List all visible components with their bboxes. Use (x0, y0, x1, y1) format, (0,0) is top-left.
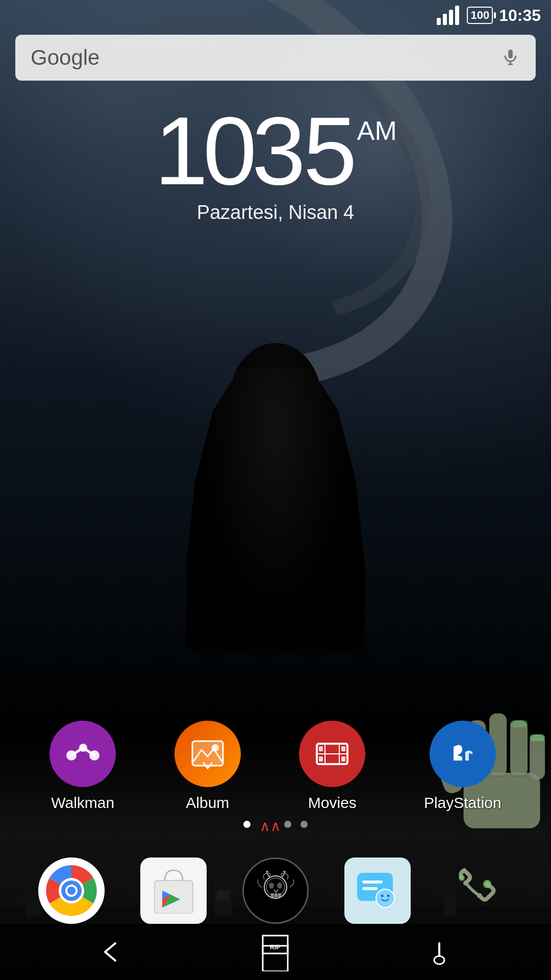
playstore-icon-box (140, 857, 207, 924)
battery-indicator: 100 (467, 7, 493, 24)
svg-rect-50 (271, 893, 274, 897)
phone-icon-circle (446, 857, 513, 924)
status-bar: 100 10:35 (0, 0, 551, 31)
album-label: Album (186, 794, 229, 812)
walkman-app[interactable]: Walkman (49, 721, 116, 812)
clock-widget: 10 35 AM Pazartesi, Nisan 4 (0, 102, 551, 224)
recents-button[interactable] (422, 934, 458, 970)
movies-label: Movies (308, 794, 357, 812)
signal-bar-4 (455, 6, 459, 25)
svg-point-48 (269, 883, 274, 889)
signal-bar-2 (443, 14, 447, 25)
svg-rect-54 (362, 880, 383, 884)
svg-point-56 (376, 889, 394, 908)
messaging-dock-app[interactable] (344, 857, 411, 924)
movies-icon-circle (299, 721, 365, 787)
chrome-dock-app[interactable] (38, 857, 105, 924)
back-button[interactable] (93, 934, 129, 970)
movies-logo (312, 733, 353, 774)
svg-rect-55 (362, 887, 378, 890)
walkman-label: Walkman (51, 794, 114, 812)
svg-rect-26 (341, 756, 345, 762)
battery-level: 100 (470, 9, 489, 22)
svg-point-57 (381, 895, 384, 897)
page-indicator-3 (284, 821, 291, 828)
svg-rect-0 (508, 50, 513, 59)
chrome-logo (38, 857, 105, 924)
svg-point-60 (459, 875, 465, 881)
album-icon-circle (174, 721, 241, 787)
svg-point-21 (212, 744, 219, 751)
movies-app[interactable]: Movies (299, 721, 365, 812)
home-tombstone-icon: RIP (259, 933, 292, 971)
svg-point-58 (387, 895, 390, 897)
album-logo (187, 733, 228, 774)
svg-rect-19 (192, 741, 223, 766)
svg-text:RIP: RIP (270, 944, 280, 951)
microphone-icon (502, 45, 519, 70)
svg-rect-51 (274, 893, 278, 897)
clock-ampm: AM (357, 117, 397, 144)
messaging-icon-box (344, 857, 411, 924)
clock-hour: 10 (154, 102, 252, 199)
phone-skeleton-logo (452, 863, 508, 919)
svg-rect-24 (319, 756, 323, 762)
walkman-logo (64, 740, 102, 768)
google-search-bar[interactable]: Google (15, 35, 536, 81)
chrome-icon-circle (38, 857, 105, 924)
reaper-silhouette (161, 343, 390, 649)
messaging-logo (355, 870, 400, 911)
playstore-logo (152, 868, 195, 914)
phone-dock-app[interactable] (446, 857, 513, 924)
svg-rect-52 (278, 893, 281, 897)
signal-bars (437, 6, 459, 25)
playstation-logo (441, 732, 484, 776)
playstation-icon-circle (430, 721, 496, 787)
playstation-label: PlayStation (424, 794, 502, 812)
signal-bar-1 (437, 18, 441, 25)
clock-date: Pazartesi, Nisan 4 (0, 202, 551, 224)
voice-search-button[interactable] (500, 44, 520, 72)
reaper-body (186, 369, 365, 649)
svg-rect-23 (319, 746, 323, 751)
album-app[interactable]: Album (174, 721, 241, 812)
svg-point-59 (483, 880, 491, 888)
svg-point-49 (277, 883, 282, 889)
app-grid: Walkman Album (0, 721, 551, 812)
tribal-dock-app[interactable] (242, 857, 309, 924)
recents-icon (425, 938, 454, 966)
tribal-skull-logo (254, 869, 297, 913)
caret-symbol: ∧∧ (260, 818, 281, 834)
bottom-nav-bar: RIP (0, 924, 551, 980)
svg-point-61 (463, 880, 468, 886)
walkman-icon-circle (49, 721, 116, 787)
page-indicator-caret: ∧∧ (260, 819, 275, 829)
clock-minute: 35 (252, 102, 355, 199)
playstore-dock-app[interactable] (140, 857, 207, 924)
signal-bar-3 (449, 10, 453, 25)
back-icon (97, 938, 126, 966)
page-indicators: ∧∧ (0, 819, 551, 829)
google-label: Google (31, 45, 500, 70)
svg-point-66 (434, 956, 444, 964)
playstation-app[interactable]: PlayStation (424, 721, 502, 812)
home-button[interactable]: RIP (255, 932, 296, 972)
page-indicator-1 (243, 821, 251, 828)
svg-point-62 (477, 893, 482, 898)
svg-point-44 (67, 887, 76, 895)
status-time: 10:35 (499, 6, 541, 25)
page-indicator-4 (300, 821, 308, 828)
svg-rect-25 (341, 746, 345, 751)
tribal-icon-circle (242, 857, 309, 924)
dock (0, 857, 551, 924)
